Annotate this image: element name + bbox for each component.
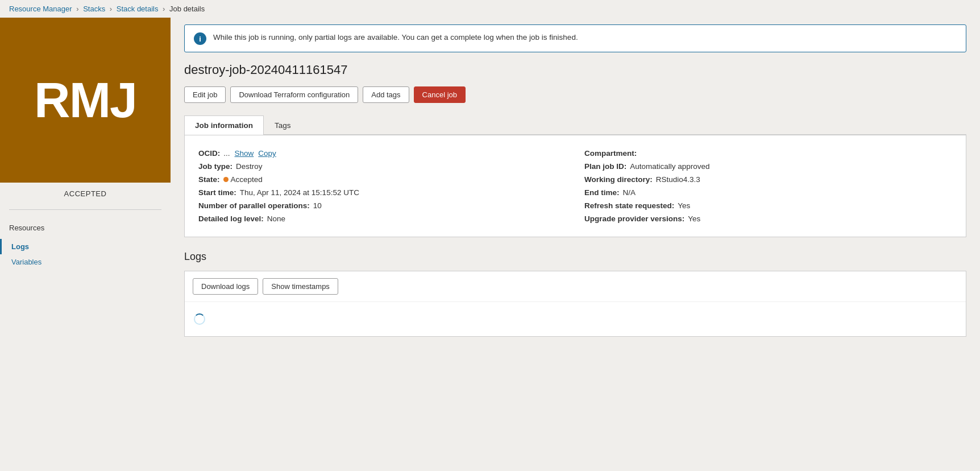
- plan-job-id-value: Automatically approved: [630, 162, 709, 171]
- parallel-ops-label: Number of parallel operations:: [198, 201, 310, 210]
- info-icon: i: [194, 32, 206, 45]
- compartment-label: Compartment:: [584, 149, 637, 158]
- state-label: State:: [198, 175, 220, 184]
- avatar-initials: RMJ: [34, 71, 136, 129]
- start-time-row: Start time: Thu, Apr 11, 2024 at 15:15:5…: [198, 186, 566, 199]
- state-row: State: Accepted: [198, 173, 566, 186]
- log-level-label: Detailed log level:: [198, 214, 264, 223]
- refresh-state-row: Refresh state requested: Yes: [584, 199, 952, 212]
- edit-job-button[interactable]: Edit job: [184, 86, 226, 103]
- logs-content: [185, 302, 966, 336]
- page-title: destroy-job-20240411161547: [184, 63, 966, 77]
- log-level-value: None: [267, 214, 285, 223]
- start-time-label: Start time:: [198, 188, 236, 197]
- avatar-block: RMJ: [0, 18, 171, 183]
- loading-spinner: [194, 313, 205, 325]
- job-type-label: Job type:: [198, 162, 232, 171]
- status-badge: ACCEPTED: [0, 183, 171, 209]
- breadcrumb-sep-2: ›: [110, 5, 112, 13]
- download-logs-button[interactable]: Download logs: [193, 278, 258, 295]
- working-dir-row: Working directory: RStudio4.3.3: [584, 173, 952, 186]
- sidebar-divider: [9, 209, 161, 210]
- sidebar-link-variables[interactable]: Variables: [0, 254, 171, 270]
- action-buttons: Edit job Download Terraform configuratio…: [184, 86, 966, 103]
- banner-text: While this job is running, only partial …: [213, 32, 578, 43]
- working-dir-label: Working directory:: [584, 175, 653, 184]
- working-dir-value: RStudio4.3.3: [656, 175, 700, 184]
- plan-job-id-label: Plan job ID:: [584, 162, 626, 171]
- breadcrumb-stack-details[interactable]: Stack details: [117, 5, 159, 13]
- state-dot-icon: [223, 177, 229, 182]
- start-time-value: Thu, Apr 11, 2024 at 15:15:52 UTC: [240, 188, 359, 197]
- ocid-value: ...: [223, 149, 230, 158]
- breadcrumb-stacks[interactable]: Stacks: [83, 5, 105, 13]
- breadcrumb-resource-manager[interactable]: Resource Manager: [9, 5, 72, 13]
- sidebar-link-logs[interactable]: Logs: [0, 239, 171, 254]
- breadcrumb: Resource Manager › Stacks › Stack detail…: [0, 0, 980, 18]
- tabs: Job information Tags: [184, 115, 966, 135]
- resources-label: Resources: [0, 219, 171, 237]
- download-tf-button[interactable]: Download Terraform configuration: [230, 86, 358, 103]
- sidebar: RMJ ACCEPTED Resources Logs Variables: [0, 18, 171, 470]
- main-content: i While this job is running, only partia…: [171, 18, 980, 470]
- ocid-copy-link[interactable]: Copy: [258, 149, 276, 158]
- page-layout: RMJ ACCEPTED Resources Logs Variables i …: [0, 18, 980, 470]
- sidebar-item-logs[interactable]: Logs: [0, 239, 171, 254]
- end-time-label: End time:: [584, 188, 620, 197]
- ocid-show-link[interactable]: Show: [235, 149, 254, 158]
- logs-card: Download logs Show timestamps: [184, 271, 966, 337]
- upgrade-provider-label: Upgrade provider versions:: [584, 214, 684, 223]
- state-value: Accepted: [223, 175, 263, 184]
- job-type-value: Destroy: [236, 162, 263, 171]
- info-left-col: OCID: ... Show Copy Job type: Destroy: [198, 147, 566, 225]
- tab-tags[interactable]: Tags: [264, 115, 302, 135]
- refresh-state-value: Yes: [678, 201, 690, 210]
- job-info-card: OCID: ... Show Copy Job type: Destroy: [184, 135, 966, 237]
- logs-section-title: Logs: [184, 251, 966, 263]
- breadcrumb-sep-3: ›: [163, 5, 165, 13]
- cancel-job-button[interactable]: Cancel job: [414, 86, 466, 103]
- info-grid: OCID: ... Show Copy Job type: Destroy: [198, 147, 952, 225]
- end-time-row: End time: N/A: [584, 186, 952, 199]
- compartment-row: Compartment:: [584, 147, 952, 160]
- logs-toolbar: Download logs Show timestamps: [185, 271, 966, 302]
- log-level-row: Detailed log level: None: [198, 212, 566, 225]
- breadcrumb-current: Job details: [169, 5, 205, 13]
- plan-job-id-row: Plan job ID: Automatically approved: [584, 160, 952, 173]
- show-timestamps-button[interactable]: Show timestamps: [263, 278, 338, 295]
- tab-job-information[interactable]: Job information: [184, 115, 264, 135]
- upgrade-provider-value: Yes: [688, 214, 700, 223]
- refresh-state-label: Refresh state requested:: [584, 201, 674, 210]
- parallel-ops-row: Number of parallel operations: 10: [198, 199, 566, 212]
- info-right-col: Compartment: Plan job ID: Automatically …: [584, 147, 952, 225]
- add-tags-button[interactable]: Add tags: [363, 86, 409, 103]
- sidebar-nav: Logs Variables: [0, 237, 171, 272]
- end-time-value: N/A: [623, 188, 636, 197]
- ocid-label: OCID:: [198, 149, 220, 158]
- parallel-ops-value: 10: [313, 201, 322, 210]
- breadcrumb-sep-1: ›: [76, 5, 78, 13]
- job-type-row: Job type: Destroy: [198, 160, 566, 173]
- ocid-row: OCID: ... Show Copy: [198, 147, 566, 160]
- ocid-value-group: ... Show Copy: [223, 149, 276, 158]
- upgrade-provider-row: Upgrade provider versions: Yes: [584, 212, 952, 225]
- info-banner: i While this job is running, only partia…: [184, 24, 966, 52]
- sidebar-item-variables[interactable]: Variables: [0, 254, 171, 270]
